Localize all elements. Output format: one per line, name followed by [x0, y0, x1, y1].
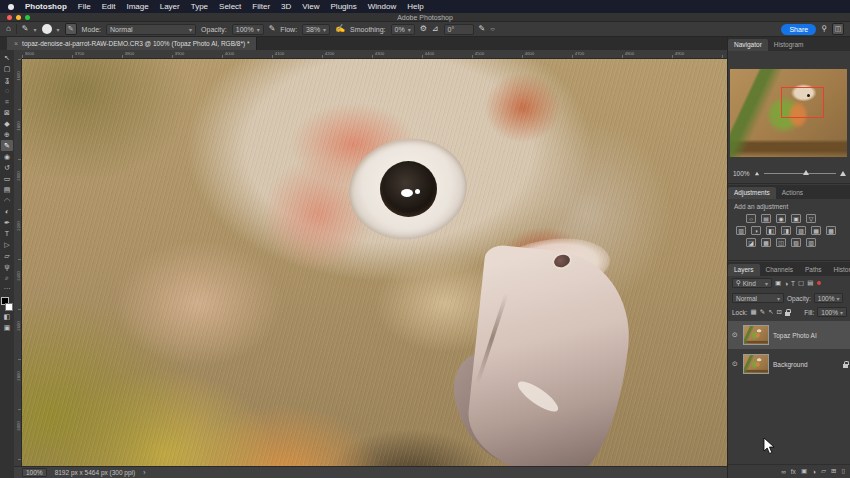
lock-artboard-icon[interactable]: ⊡ [777, 308, 782, 316]
menu-image[interactable]: Image [126, 2, 148, 11]
brush-size-preview[interactable] [42, 24, 52, 34]
posterize-icon[interactable]: ▩ [761, 238, 771, 247]
tool-type[interactable]: T [1, 228, 13, 239]
filter-shape-icon[interactable]: ▢ [798, 279, 804, 287]
symmetry-icon[interactable]: ⌔ [490, 25, 495, 33]
tool-eraser[interactable]: ▭ [1, 173, 13, 184]
zoom-in-icon[interactable] [840, 171, 846, 176]
navigator-zoom-slider[interactable] [764, 169, 836, 177]
selective-color-icon[interactable]: ▥ [806, 238, 816, 247]
menu-3d[interactable]: 3D [281, 2, 291, 11]
tool-brush[interactable]: ✎ [1, 140, 13, 151]
exposure-icon[interactable]: ▣ [791, 214, 801, 223]
tab-actions[interactable]: Actions [776, 187, 809, 199]
lock-all-icon[interactable] [785, 312, 790, 316]
menu-type[interactable]: Type [191, 2, 208, 11]
levels-icon[interactable]: ▤ [761, 214, 771, 223]
tool-healing-brush[interactable]: ⊕ [1, 129, 13, 140]
layer-opacity-select[interactable]: 100%▾ [814, 293, 844, 303]
layer-name[interactable]: Topaz Photo AI [773, 332, 817, 339]
layer-name[interactable]: Background [773, 361, 808, 368]
tool-gradient[interactable]: ▤ [1, 184, 13, 195]
zoom-out-icon[interactable] [755, 171, 759, 175]
hue-saturation-icon[interactable]: ▥ [736, 226, 746, 235]
new-group-icon[interactable]: ▱ [821, 467, 826, 475]
menu-photoshop[interactable]: Photoshop [25, 2, 67, 11]
brush-panel-toggle-icon[interactable]: ✎ [65, 23, 77, 35]
tool-object-selection[interactable]: ◌ [1, 85, 13, 96]
layer-thumbnail[interactable] [743, 325, 769, 345]
filter-pixel-icon[interactable]: ▣ [775, 279, 781, 287]
layer-row-topaz[interactable]: ⊙ Topaz Photo AI [728, 321, 850, 349]
layer-visibility-icon[interactable]: ⊙ [731, 331, 739, 339]
tool-marquee[interactable]: ▢ [1, 63, 13, 74]
lock-move-icon[interactable]: ↖ [768, 308, 773, 316]
color-lookup-icon[interactable]: ▦ [811, 226, 821, 235]
layer-filter-kind-select[interactable]: ⚲ Kind ▾ [732, 278, 772, 288]
blend-mode-select[interactable]: Normal▾ [106, 24, 196, 35]
tool-blur[interactable]: ◠ [1, 195, 13, 206]
screen-mode-button[interactable]: ▣ [1, 322, 13, 333]
navigator-zoom-value[interactable]: 100% [733, 170, 750, 177]
link-layers-icon[interactable]: ∞ [781, 468, 786, 475]
menu-file[interactable]: File [78, 2, 91, 11]
threshold-icon[interactable]: ◫ [776, 238, 786, 247]
photo-filter-icon[interactable]: ◨ [781, 226, 791, 235]
zoom-slider-thumb[interactable] [803, 170, 809, 175]
menu-select[interactable]: Select [219, 2, 241, 11]
pattern-icon[interactable]: ▩ [826, 226, 836, 235]
tab-layers[interactable]: Layers [728, 264, 760, 276]
layer-blend-mode-select[interactable]: Normal▾ [732, 293, 784, 303]
home-icon[interactable]: ⌂ [6, 25, 11, 33]
apple-menu-icon[interactable] [8, 4, 14, 10]
horizontal-ruler[interactable]: 3600 3700 3800 3900 4000 4100 4200 4300 … [22, 50, 727, 59]
tab-navigator[interactable]: Navigator [728, 39, 768, 51]
new-adjustment-icon[interactable]: ◑ [812, 468, 816, 475]
channel-mixer-icon[interactable]: ▨ [796, 226, 806, 235]
delete-layer-icon[interactable]: ▯ [841, 467, 845, 475]
navigator-thumbnail[interactable] [730, 69, 847, 157]
gradient-map-icon[interactable]: ▧ [791, 238, 801, 247]
tool-dodge[interactable]: ◐ [1, 206, 13, 217]
vertical-ruler[interactable]: 1600 1800 2000 2200 2400 2600 2800 3000 [14, 59, 22, 466]
layer-thumbnail[interactable] [743, 354, 769, 374]
workspace-switcher-icon[interactable]: ◫ [832, 23, 844, 35]
tool-move[interactable]: ↖ [1, 52, 13, 63]
layer-row-background[interactable]: ⊙ Background [728, 350, 850, 378]
filter-type-icon[interactable]: T [791, 280, 795, 287]
tab-paths[interactable]: Paths [799, 264, 828, 276]
status-chevron-icon[interactable]: › [143, 469, 145, 476]
airbrush-icon[interactable]: ✍ [335, 25, 345, 33]
layer-fill-select[interactable]: 100%▾ [817, 307, 847, 317]
tool-lasso[interactable]: ʓ [1, 74, 13, 85]
color-balance-icon[interactable]: ◑ [751, 226, 761, 235]
tool-zoom[interactable]: ⌕ [1, 272, 13, 283]
brush-tool-preset-icon[interactable]: ✎ [22, 25, 29, 33]
tool-eyedropper[interactable]: ◆ [1, 118, 13, 129]
menu-help[interactable]: Help [407, 2, 423, 11]
curves-icon[interactable]: ◉ [776, 214, 786, 223]
brightness-contrast-icon[interactable]: ☼ [746, 214, 756, 223]
tool-clone-stamp[interactable]: ◉ [1, 151, 13, 162]
menu-filter[interactable]: Filter [252, 2, 270, 11]
menu-layer[interactable]: Layer [160, 2, 180, 11]
lock-transparent-icon[interactable]: ▦ [751, 308, 757, 316]
layer-visibility-icon[interactable]: ⊙ [731, 360, 739, 368]
flow-select[interactable]: 38%▾ [302, 24, 330, 35]
tool-history-brush[interactable]: ↺ [1, 162, 13, 173]
black-white-icon[interactable]: ◧ [766, 226, 776, 235]
menu-edit[interactable]: Edit [102, 2, 116, 11]
close-tab-icon[interactable]: × [14, 40, 18, 47]
add-mask-icon[interactable]: ▣ [801, 467, 807, 475]
lock-paint-icon[interactable]: ✎ [760, 308, 765, 316]
more-tools-button[interactable]: ⋯ [1, 283, 13, 294]
opacity-select[interactable]: 100%▾ [232, 24, 264, 35]
tool-pen[interactable]: ✒ [1, 217, 13, 228]
tool-path-select[interactable]: ▷ [1, 239, 13, 250]
status-zoom-field[interactable]: 100% [22, 468, 47, 477]
color-swatches[interactable] [1, 297, 13, 311]
menu-view[interactable]: View [302, 2, 319, 11]
vibrance-icon[interactable]: ▽ [806, 214, 816, 223]
search-icon[interactable]: ⚲ [821, 25, 827, 33]
tab-adjustments[interactable]: Adjustments [728, 187, 776, 199]
